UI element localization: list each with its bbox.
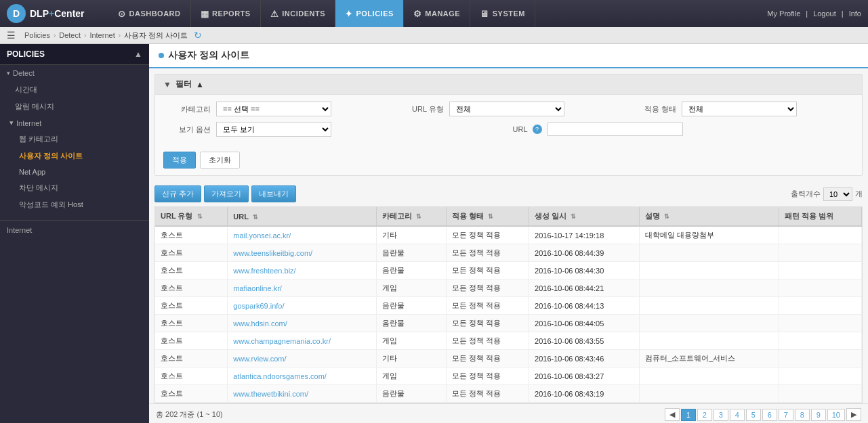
logout-link[interactable]: Logout	[813, 9, 836, 18]
apply-button[interactable]: 적용	[163, 152, 196, 169]
url-link[interactable]: www.teenslikeitbig.com/	[233, 249, 312, 257]
url-link[interactable]: www.hdsin.com/	[233, 319, 287, 328]
url-link[interactable]: www.champagnemania.co.kr/	[233, 337, 331, 345]
filter-select-category[interactable]: == 선택 == 기타 음란물 게임	[216, 102, 331, 116]
reset-button[interactable]: 초기화	[200, 152, 240, 169]
url-link[interactable]: www.freshteen.biz/	[233, 267, 295, 275]
col-category[interactable]: 카테고리 ⇅	[377, 207, 447, 226]
filter-label-url: URL	[513, 125, 528, 133]
page-btn-8[interactable]: 8	[795, 409, 810, 421]
col-desc[interactable]: 설명 ⇅	[640, 207, 779, 226]
filter-collapse-icon: ▲	[196, 80, 204, 89]
sidebar-detect-toggle[interactable]: ▾ Detect	[0, 65, 149, 81]
url-link[interactable]: www.rview.com/	[233, 355, 286, 363]
refresh-button[interactable]: ↻	[194, 30, 202, 41]
col-pattern-range[interactable]: 패턴 적용 범위	[779, 207, 861, 226]
url-link[interactable]: gospark69.info/	[233, 302, 284, 310]
cell-category: 음란물	[377, 297, 447, 315]
table-row: 호스트 mafiaonline.kr/ 게임 모든 정책 적용 2016-10-…	[155, 280, 862, 297]
col-created[interactable]: 생성 일시 ⇅	[529, 207, 640, 226]
page-btn-10[interactable]: 10	[827, 409, 845, 421]
cell-desc: 대학메일 대용량첨부	[640, 226, 779, 244]
top-navigation: D DLP+Center ⊙ DASHBOARD ▦ REPORTS ⚠ INC…	[0, 0, 868, 27]
nav-dashboard[interactable]: ⊙ DASHBOARD	[108, 0, 191, 27]
page-btn-3[interactable]: 3	[714, 409, 728, 421]
filter-select-url-type[interactable]: 전체 호스트 정규식	[449, 102, 564, 116]
page-btn-4[interactable]: 4	[730, 409, 745, 421]
prev-page-button[interactable]: ◀	[665, 408, 680, 421]
nav-reports[interactable]: ▦ REPORTS	[191, 0, 261, 27]
sidebar-item-internet-bottom[interactable]: Internet	[0, 220, 149, 240]
filter-input-url[interactable]	[547, 123, 683, 136]
sidebar-item-custom-site[interactable]: 사용자 정의 사이트	[0, 148, 149, 164]
filter-select-apply-type[interactable]: 전체	[682, 102, 797, 116]
filter-buttons: 적용 초기화	[155, 149, 862, 175]
cell-desc: 컴퓨터_소프트웨어_서비스	[640, 350, 779, 368]
nav-manage[interactable]: ⚙ MANAGE	[404, 0, 470, 27]
title-dot	[159, 53, 164, 58]
col-apply-type[interactable]: 적용 형태 ⇅	[447, 207, 529, 226]
hamburger-menu[interactable]: ☰	[7, 30, 16, 41]
filter-row-1: 카테고리 == 선택 == 기타 음란물 게임 URL 유형 전체 호스트	[163, 102, 854, 116]
cell-apply-type: 모든 정책 적용	[447, 385, 529, 403]
cell-category: 게임	[377, 280, 447, 297]
sidebar-collapse-icon[interactable]: ▲	[134, 49, 142, 59]
export-button[interactable]: 내보내기	[251, 185, 296, 202]
sidebar-item-malware-host[interactable]: 악성코드 예외 Host	[0, 196, 149, 213]
app-logo: D DLP+Center	[7, 4, 95, 23]
next-page-button[interactable]: ▶	[846, 408, 861, 421]
url-link[interactable]: www.thewetbikini.com/	[233, 390, 308, 398]
info-link[interactable]: Info	[849, 9, 861, 18]
url-link[interactable]: mail.yonsei.ac.kr/	[233, 231, 291, 240]
url-link[interactable]: mafiaonline.kr/	[233, 284, 282, 292]
nav-system[interactable]: 🖥 SYSTEM	[470, 0, 535, 27]
page-btn-7[interactable]: 7	[779, 409, 793, 421]
breadcrumb-detect[interactable]: Detect	[59, 31, 81, 39]
page-btn-5[interactable]: 5	[746, 409, 761, 421]
nav-dashboard-label: DASHBOARD	[129, 9, 181, 18]
add-button[interactable]: 신규 추가	[154, 185, 201, 202]
dashboard-icon: ⊙	[118, 9, 126, 19]
page-btn-1[interactable]: 1	[681, 409, 696, 421]
import-button[interactable]: 가져오기	[204, 185, 249, 202]
breadcrumb-internet[interactable]: Internet	[89, 31, 115, 39]
cell-desc	[640, 262, 779, 280]
filter-select-view-option[interactable]: 모두 보기	[216, 122, 331, 137]
col-url-type[interactable]: URL 유형 ⇅	[155, 207, 228, 226]
cell-url: gospark69.info/	[228, 297, 377, 315]
table-body: 호스트 mail.yonsei.ac.kr/ 기타 모든 정책 적용 2016-…	[155, 226, 862, 403]
cell-pattern-range	[779, 368, 861, 385]
cell-url: www.rview.com/	[228, 350, 377, 368]
sidebar-item-timezone[interactable]: 시간대	[0, 81, 149, 98]
breadcrumb-policies[interactable]: Policies	[24, 31, 50, 39]
filter-group-apply-type: 적용 형태 전체	[629, 102, 854, 116]
cell-apply-type: 모든 정책 적용	[447, 297, 529, 315]
filter-label-category: 카테고리	[163, 104, 211, 114]
sidebar-item-block-msg[interactable]: 차단 메시지	[0, 179, 149, 196]
sidebar-item-alert[interactable]: 알림 메시지	[0, 98, 149, 115]
filter-label-url-type: URL 유형	[396, 104, 444, 114]
page-size-unit: 개	[855, 189, 863, 199]
nav-items: ⊙ DASHBOARD ▦ REPORTS ⚠ INCIDENTS ✦ POLI…	[108, 0, 767, 27]
nav-incidents[interactable]: ⚠ INCIDENTS	[261, 0, 335, 27]
page-btn-6[interactable]: 6	[762, 409, 777, 421]
cell-created: 2016-10-06 08:44:13	[529, 297, 640, 315]
nav-manage-label: MANAGE	[425, 9, 460, 18]
nav-policies[interactable]: ✦ POLICIES	[335, 0, 404, 27]
page-btn-2[interactable]: 2	[697, 409, 712, 421]
my-profile-link[interactable]: My Profile	[767, 9, 800, 18]
table-row: 호스트 www.rview.com/ 기타 모든 정책 적용 2016-10-0…	[155, 350, 862, 368]
cell-url-type: 호스트	[155, 226, 228, 244]
url-link[interactable]: atlantica.ndoorsgames.com/	[233, 372, 327, 380]
cell-created: 2016-10-06 08:43:55	[529, 332, 640, 350]
col-url[interactable]: URL ⇅	[228, 207, 377, 226]
filter-label-view-option: 보기 옵션	[163, 125, 211, 135]
sidebar-item-web-category[interactable]: 웹 카테고리	[0, 131, 149, 148]
url-help-icon[interactable]: ?	[533, 125, 542, 134]
page-btn-9[interactable]: 9	[811, 409, 826, 421]
page-size-select[interactable]: 10 25 50	[823, 187, 852, 201]
cell-url: www.freshteen.biz/	[228, 262, 377, 280]
sidebar-item-netapp[interactable]: Net App	[0, 164, 149, 179]
sidebar-internet-toggle[interactable]: ▾ Internet	[0, 115, 149, 131]
filter-header[interactable]: ▼ 필터 ▲	[155, 74, 862, 95]
